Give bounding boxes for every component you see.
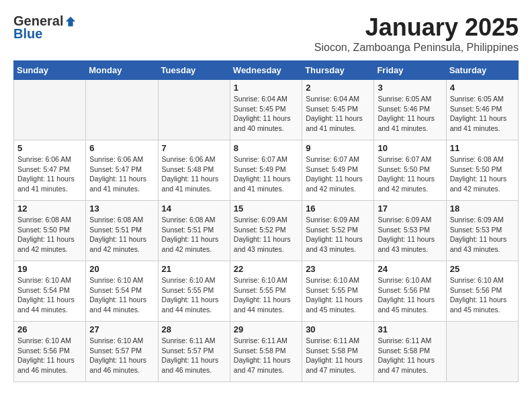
day-info: Sunrise: 6:05 AM Sunset: 5:46 PM Dayligh…: [378, 94, 442, 134]
calendar-day-cell: [14, 80, 86, 140]
calendar-day-cell: 4Sunrise: 6:05 AM Sunset: 5:46 PM Daylig…: [446, 80, 518, 140]
day-of-week-header: Wednesday: [230, 61, 302, 80]
calendar-day-cell: 19Sunrise: 6:10 AM Sunset: 5:54 PM Dayli…: [14, 261, 86, 322]
calendar-day-cell: 17Sunrise: 6:09 AM Sunset: 5:53 PM Dayli…: [374, 201, 446, 261]
day-number: 30: [306, 324, 370, 334]
day-info: Sunrise: 6:11 AM Sunset: 5:58 PM Dayligh…: [234, 336, 298, 375]
day-number: 10: [378, 143, 442, 153]
day-number: 3: [378, 83, 442, 93]
calendar-day-cell: 16Sunrise: 6:09 AM Sunset: 5:52 PM Dayli…: [302, 201, 374, 261]
day-number: 16: [306, 203, 370, 214]
day-number: 8: [234, 143, 298, 153]
day-number: 7: [162, 143, 226, 153]
day-number: 4: [450, 83, 515, 93]
calendar-day-cell: [158, 80, 230, 140]
day-info: Sunrise: 6:11 AM Sunset: 5:58 PM Dayligh…: [378, 336, 442, 375]
calendar-day-cell: 22Sunrise: 6:10 AM Sunset: 5:55 PM Dayli…: [230, 261, 302, 322]
day-number: 9: [306, 143, 370, 153]
day-number: 27: [89, 324, 154, 334]
day-info: Sunrise: 6:06 AM Sunset: 5:47 PM Dayligh…: [17, 154, 82, 194]
calendar-day-cell: 15Sunrise: 6:09 AM Sunset: 5:52 PM Dayli…: [230, 201, 302, 261]
calendar-day-cell: 31Sunrise: 6:11 AM Sunset: 5:58 PM Dayli…: [374, 322, 446, 382]
day-number: 17: [378, 203, 442, 214]
calendar-day-cell: [446, 322, 518, 382]
day-info: Sunrise: 6:05 AM Sunset: 5:46 PM Dayligh…: [450, 94, 515, 134]
day-info: Sunrise: 6:07 AM Sunset: 5:50 PM Dayligh…: [378, 154, 442, 194]
calendar-day-cell: 12Sunrise: 6:08 AM Sunset: 5:50 PM Dayli…: [14, 201, 86, 261]
location-subtitle: Siocon, Zamboanga Peninsula, Philippines: [314, 42, 519, 54]
day-info: Sunrise: 6:07 AM Sunset: 5:49 PM Dayligh…: [234, 154, 298, 194]
day-info: Sunrise: 6:07 AM Sunset: 5:49 PM Dayligh…: [306, 154, 370, 194]
day-number: 11: [450, 143, 515, 153]
day-number: 26: [17, 324, 82, 334]
day-info: Sunrise: 6:08 AM Sunset: 5:50 PM Dayligh…: [17, 215, 82, 255]
calendar-week-row: 5Sunrise: 6:06 AM Sunset: 5:47 PM Daylig…: [14, 140, 519, 201]
day-number: 18: [450, 203, 515, 214]
day-info: Sunrise: 6:10 AM Sunset: 5:57 PM Dayligh…: [89, 336, 154, 375]
calendar-day-cell: 25Sunrise: 6:10 AM Sunset: 5:56 PM Dayli…: [446, 261, 518, 322]
day-number: 2: [306, 83, 370, 93]
day-number: 29: [234, 324, 298, 334]
calendar-day-cell: 18Sunrise: 6:09 AM Sunset: 5:53 PM Dayli…: [446, 201, 518, 261]
day-info: Sunrise: 6:10 AM Sunset: 5:56 PM Dayligh…: [17, 336, 82, 375]
calendar-day-cell: 23Sunrise: 6:10 AM Sunset: 5:55 PM Dayli…: [302, 261, 374, 322]
month-title: January 2025: [314, 13, 519, 42]
logo-icon: [64, 15, 77, 28]
day-info: Sunrise: 6:06 AM Sunset: 5:48 PM Dayligh…: [162, 154, 226, 194]
calendar-day-cell: 21Sunrise: 6:10 AM Sunset: 5:55 PM Dayli…: [158, 261, 230, 322]
day-number: 15: [234, 203, 298, 214]
calendar-day-cell: 14Sunrise: 6:08 AM Sunset: 5:51 PM Dayli…: [158, 201, 230, 261]
calendar-week-row: 26Sunrise: 6:10 AM Sunset: 5:56 PM Dayli…: [14, 322, 519, 382]
calendar-day-cell: 27Sunrise: 6:10 AM Sunset: 5:57 PM Dayli…: [86, 322, 158, 382]
day-info: Sunrise: 6:06 AM Sunset: 5:47 PM Dayligh…: [89, 154, 154, 194]
calendar-day-cell: 24Sunrise: 6:10 AM Sunset: 5:56 PM Dayli…: [374, 261, 446, 322]
calendar-day-cell: 13Sunrise: 6:08 AM Sunset: 5:51 PM Dayli…: [86, 201, 158, 261]
calendar-day-cell: 6Sunrise: 6:06 AM Sunset: 5:47 PM Daylig…: [86, 140, 158, 201]
day-number: 24: [378, 264, 442, 274]
calendar-day-cell: 9Sunrise: 6:07 AM Sunset: 5:49 PM Daylig…: [302, 140, 374, 201]
day-number: 6: [89, 143, 154, 153]
calendar-day-cell: 7Sunrise: 6:06 AM Sunset: 5:48 PM Daylig…: [158, 140, 230, 201]
logo-blue-text: Blue: [13, 26, 42, 42]
calendar-day-cell: 2Sunrise: 6:04 AM Sunset: 5:45 PM Daylig…: [302, 80, 374, 140]
page-header: General Blue January 2025 Siocon, Zamboa…: [13, 13, 519, 54]
day-of-week-header: Friday: [374, 61, 446, 80]
day-number: 19: [17, 264, 82, 274]
calendar-day-cell: 28Sunrise: 6:11 AM Sunset: 5:57 PM Dayli…: [158, 322, 230, 382]
day-info: Sunrise: 6:09 AM Sunset: 5:53 PM Dayligh…: [450, 215, 515, 255]
calendar-week-row: 12Sunrise: 6:08 AM Sunset: 5:50 PM Dayli…: [14, 201, 519, 261]
calendar-day-cell: 26Sunrise: 6:10 AM Sunset: 5:56 PM Dayli…: [14, 322, 86, 382]
calendar-week-row: 19Sunrise: 6:10 AM Sunset: 5:54 PM Dayli…: [14, 261, 519, 322]
day-of-week-header: Thursday: [302, 61, 374, 80]
calendar-day-cell: 11Sunrise: 6:08 AM Sunset: 5:50 PM Dayli…: [446, 140, 518, 201]
logo: General Blue: [13, 13, 77, 42]
day-number: 14: [162, 203, 226, 214]
title-block: January 2025 Siocon, Zamboanga Peninsula…: [314, 13, 519, 54]
day-info: Sunrise: 6:10 AM Sunset: 5:54 PM Dayligh…: [17, 275, 82, 315]
calendar-table: SundayMondayTuesdayWednesdayThursdayFrid…: [13, 60, 519, 382]
day-info: Sunrise: 6:09 AM Sunset: 5:53 PM Dayligh…: [378, 215, 442, 255]
day-info: Sunrise: 6:08 AM Sunset: 5:50 PM Dayligh…: [450, 154, 515, 194]
day-number: 5: [17, 143, 82, 153]
day-number: 23: [306, 264, 370, 274]
day-info: Sunrise: 6:09 AM Sunset: 5:52 PM Dayligh…: [306, 215, 370, 255]
day-number: 1: [234, 83, 298, 93]
calendar-week-row: 1Sunrise: 6:04 AM Sunset: 5:45 PM Daylig…: [14, 80, 519, 140]
calendar-day-cell: 5Sunrise: 6:06 AM Sunset: 5:47 PM Daylig…: [14, 140, 86, 201]
day-number: 13: [89, 203, 154, 214]
calendar-day-cell: 29Sunrise: 6:11 AM Sunset: 5:58 PM Dayli…: [230, 322, 302, 382]
calendar-header-row: SundayMondayTuesdayWednesdayThursdayFrid…: [14, 61, 519, 80]
day-of-week-header: Tuesday: [158, 61, 230, 80]
day-info: Sunrise: 6:08 AM Sunset: 5:51 PM Dayligh…: [89, 215, 154, 255]
svg-marker-0: [66, 16, 75, 26]
day-info: Sunrise: 6:10 AM Sunset: 5:55 PM Dayligh…: [234, 275, 298, 315]
day-info: Sunrise: 6:04 AM Sunset: 5:45 PM Dayligh…: [234, 94, 298, 134]
day-number: 22: [234, 264, 298, 274]
day-info: Sunrise: 6:11 AM Sunset: 5:57 PM Dayligh…: [162, 336, 226, 375]
calendar-day-cell: 30Sunrise: 6:11 AM Sunset: 5:58 PM Dayli…: [302, 322, 374, 382]
day-info: Sunrise: 6:08 AM Sunset: 5:51 PM Dayligh…: [162, 215, 226, 255]
day-info: Sunrise: 6:10 AM Sunset: 5:54 PM Dayligh…: [89, 275, 154, 315]
day-info: Sunrise: 6:10 AM Sunset: 5:55 PM Dayligh…: [306, 275, 370, 315]
day-of-week-header: Monday: [86, 61, 158, 80]
day-info: Sunrise: 6:10 AM Sunset: 5:56 PM Dayligh…: [378, 275, 442, 315]
